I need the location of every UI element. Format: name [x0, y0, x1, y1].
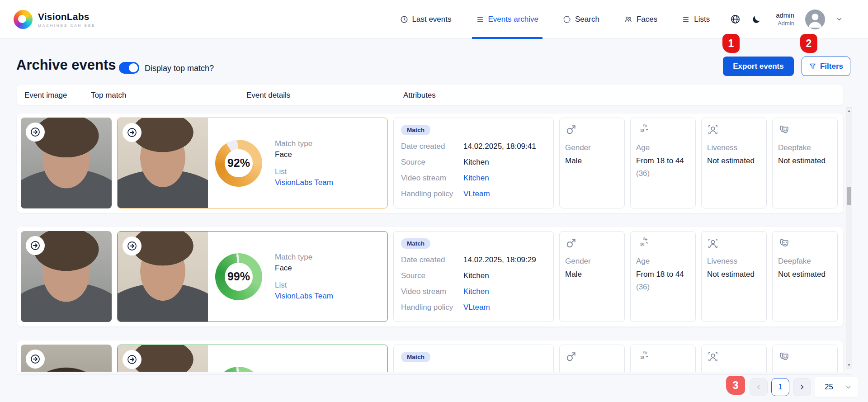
age-card: 18 Age From 18 to 44 (36): [630, 231, 696, 322]
event-image[interactable]: [21, 118, 112, 208]
page-number-button[interactable]: 1: [771, 378, 789, 396]
list-label: List: [275, 281, 333, 290]
nav-faces[interactable]: Faces: [612, 0, 670, 39]
date-created-label: Date created: [401, 142, 463, 151]
funnel-icon: [809, 62, 816, 70]
nav-events-archive[interactable]: Events archive: [464, 0, 551, 39]
nav-last-events[interactable]: Last events: [388, 0, 464, 39]
main-nav: Last events Events archive Search Faces …: [388, 0, 722, 39]
event-image[interactable]: [21, 231, 112, 322]
handling-policy-label: Handling policy: [401, 303, 463, 312]
scroll-down-icon[interactable]: ▼: [846, 362, 852, 368]
brand-tagline: MACHINES CAN SEE: [38, 24, 96, 28]
video-stream-label: Video stream: [401, 287, 463, 296]
match-photo[interactable]: [118, 345, 208, 372]
open-match-icon[interactable]: [123, 123, 142, 142]
annotation-badge-2: 2: [800, 34, 817, 53]
match-percent: 99%: [227, 270, 250, 283]
source-value: Kitchen: [463, 271, 489, 280]
chevron-down-icon[interactable]: [836, 16, 843, 23]
handling-policy-label: Handling policy: [401, 189, 463, 199]
open-event-icon[interactable]: [26, 236, 45, 255]
events-list: 92% Match type Face List VisionLabs Team…: [0, 109, 868, 372]
deepfake-icon: [778, 351, 832, 364]
match-type-label: Match type: [275, 253, 333, 262]
video-stream-link[interactable]: Kitchen: [463, 174, 489, 183]
display-top-match-toggle[interactable]: [119, 62, 139, 74]
open-event-icon[interactable]: [26, 123, 45, 142]
dashed-circle-icon: [563, 15, 571, 24]
date-created-value: 14.02.2025, 18:09:29: [463, 255, 536, 265]
match-photo[interactable]: [118, 232, 208, 322]
globe-icon[interactable]: [730, 14, 741, 24]
export-events-button[interactable]: Export events: [723, 57, 794, 76]
nav-lists[interactable]: Lists: [670, 0, 722, 39]
nav-label: Events archive: [488, 15, 539, 24]
vertical-scrollbar[interactable]: ▲ ▼: [846, 107, 852, 369]
page-size-value: 25: [825, 383, 833, 392]
col-event-image: Event image: [24, 91, 67, 100]
match-score-donut: 92%: [215, 140, 262, 187]
nav-label: Faces: [637, 15, 657, 24]
prev-page-button[interactable]: [750, 378, 768, 396]
match-type-value: Face: [275, 264, 333, 273]
gender-card: [559, 345, 625, 372]
list-link[interactable]: VisionLabs Team: [275, 292, 333, 301]
scrollbar-thumb[interactable]: [847, 187, 851, 205]
open-match-icon[interactable]: [123, 350, 142, 369]
event-image[interactable]: [21, 345, 112, 372]
match-badge: Match: [401, 352, 430, 362]
filters-label: Filters: [820, 62, 843, 71]
deepfake-card: [772, 345, 838, 372]
toggle-label: Display top match?: [145, 64, 214, 73]
liveness-icon: [707, 351, 761, 364]
liveness-icon: [707, 124, 761, 137]
footer-divider: [17, 374, 852, 374]
handling-policy-link[interactable]: VLteam: [463, 303, 490, 312]
handling-policy-link[interactable]: VLteam: [463, 189, 490, 199]
list-label: List: [275, 167, 333, 176]
event-row-1: 92% Match type Face List VisionLabs Team…: [17, 114, 843, 213]
moon-icon[interactable]: [751, 14, 761, 24]
match-score-donut: [215, 367, 262, 372]
deepfake-card: Deepfake Not estimated: [772, 231, 838, 322]
svg-text:18: 18: [640, 242, 645, 246]
event-row-3: Match 18: [17, 341, 843, 372]
next-page-button[interactable]: [793, 378, 811, 396]
col-event-details: Event details: [246, 91, 290, 100]
nav-label: Lists: [694, 15, 710, 24]
avatar[interactable]: [805, 9, 825, 29]
scroll-up-icon[interactable]: ▲: [846, 108, 852, 114]
liveness-card: [701, 345, 767, 372]
age-18-icon: 18: [636, 237, 690, 250]
gender-card: Gender Male: [559, 231, 625, 322]
brand-name: VisionLabs: [38, 11, 96, 22]
user-name: admin: [776, 11, 794, 20]
gender-male-icon: [565, 124, 619, 137]
match-photo[interactable]: [118, 118, 208, 208]
col-top-match: Top match: [91, 91, 126, 100]
chevron-down-icon: [845, 384, 852, 391]
clock-icon: [400, 15, 408, 24]
svg-text:18: 18: [640, 128, 645, 133]
page-size-select[interactable]: 25: [815, 377, 858, 397]
top-match-card: 99% Match type Face List VisionLabs Team: [117, 231, 388, 322]
gender-card: Gender Male: [559, 118, 625, 208]
event-details-card: Match Date created14.02.2025, 18:09:29 S…: [393, 231, 554, 322]
open-match-icon[interactable]: [123, 236, 142, 255]
event-details-card: Match: [393, 345, 554, 372]
brand-logo[interactable]: VisionLabs MACHINES CAN SEE: [14, 10, 96, 29]
filters-button[interactable]: Filters: [802, 57, 850, 76]
app-header: VisionLabs MACHINES CAN SEE Last events …: [0, 0, 868, 39]
video-stream-link[interactable]: Kitchen: [463, 287, 489, 296]
event-details-card: Match Date created14.02.2025, 18:09:41 S…: [393, 118, 554, 208]
user-role: Admin: [776, 20, 794, 27]
match-type-value: Face: [275, 150, 333, 159]
match-badge: Match: [401, 238, 430, 249]
nav-search[interactable]: Search: [551, 0, 612, 39]
list-link[interactable]: VisionLabs Team: [275, 178, 333, 187]
match-score-donut: 99%: [215, 253, 262, 300]
open-event-icon[interactable]: [26, 350, 45, 369]
nav-label: Last events: [412, 15, 452, 24]
age-18-icon: 18: [636, 124, 690, 137]
